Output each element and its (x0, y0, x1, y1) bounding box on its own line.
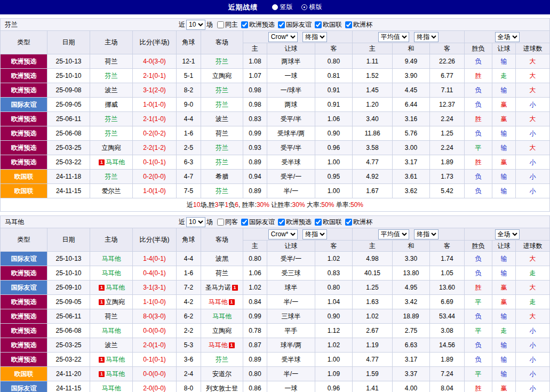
scope-select[interactable]: 全场 (495, 32, 520, 42)
avg-home: 1.59 (353, 367, 393, 381)
odds-group-header: Crow* 终指 (243, 228, 353, 241)
filter-checkbox-input[interactable] (217, 219, 224, 226)
corner-score: 12-1 (177, 54, 201, 69)
result-handicap: 输 (492, 54, 516, 69)
summary-segment: 30% (292, 201, 305, 209)
filter-checkbox-input[interactable] (315, 21, 322, 28)
avg-away: 6.69 (430, 295, 465, 309)
avg-draw: 3.37 (393, 367, 430, 381)
match-score: 2-0(1-0) (133, 338, 177, 353)
result-outcome: 负 (465, 126, 492, 141)
match-date: 25-09-05 (47, 295, 90, 309)
avg-away: 1.25 (430, 126, 465, 141)
filter-checkbox-same-venue[interactable]: 同主 (217, 20, 238, 29)
summary-segment: 场,胜 (200, 201, 214, 209)
odds-home: 1.02 (243, 281, 267, 295)
match-count-select[interactable]: 10 (186, 20, 205, 30)
filter-checkbox-input[interactable] (217, 21, 224, 28)
average-type-select[interactable]: 终指 (414, 229, 439, 239)
match-date: 25-03-22 (47, 155, 90, 170)
away-team-name: 列支敦士登 (206, 385, 238, 392)
result-outcome: 负 (465, 54, 492, 69)
avg-away: 8.04 (430, 381, 465, 392)
summary-segment: 3 (215, 201, 219, 209)
result-outcome: 负 (465, 83, 492, 98)
odds-provider-select[interactable]: Crow* (268, 229, 298, 239)
result-handicap: 走 (492, 69, 516, 83)
filter-checkbox-league[interactable]: 欧洲预选 (241, 20, 275, 29)
scope-select[interactable]: 全场 (495, 229, 520, 239)
filter-checkbox-league[interactable]: 欧国联 (315, 20, 342, 29)
filter-checkbox-league[interactable]: 欧洲杯 (345, 20, 372, 29)
avg-draw: 5.76 (393, 126, 430, 141)
odds-type-select[interactable]: 终指 (302, 32, 327, 42)
filter-checkbox-input[interactable] (241, 21, 248, 28)
away-team: 马耳他1 (201, 295, 243, 309)
filters: 近 10 场 同客 国际友谊 欧洲预选 欧国联 欧洲杯 (178, 217, 372, 227)
summary-segment: 6 (235, 201, 238, 209)
away-team-name: 芬兰 (216, 86, 228, 94)
odds-handicap: 两球半 (267, 54, 315, 69)
avg-away: 2.24 (430, 112, 465, 126)
filter-checkbox-input[interactable] (278, 219, 285, 226)
filter-checkbox-league[interactable]: 欧洲预选 (278, 218, 312, 227)
avg-home: 4.77 (353, 155, 393, 170)
away-team: 波黑 (201, 252, 243, 266)
odds-handicap: 受三球 (267, 266, 315, 281)
filter-checkbox-input[interactable] (278, 21, 285, 28)
filter-checkbox-league[interactable]: 欧洲杯 (345, 218, 372, 227)
corner-score: 9-0 (177, 98, 201, 112)
match-date: 25-10-10 (47, 69, 90, 83)
checkbox-label: 欧洲预选 (249, 20, 275, 29)
filter-checkbox-input[interactable] (345, 21, 352, 28)
filter-checkbox-same-venue[interactable]: 同客 (217, 218, 238, 227)
average-select[interactable]: 平均值 (378, 32, 409, 42)
summary-segment: 50% (350, 201, 363, 209)
match-row: 欧国联24-11-18芬兰0-2(0-0)4-7希腊0.94受半/一0.954.… (1, 170, 550, 184)
col-header-type: 类型 (1, 228, 47, 252)
corner-score: 4-4 (177, 112, 201, 126)
layout-option-vertical[interactable]: 竖版 (272, 3, 293, 12)
match-count-select[interactable]: 10 (186, 217, 205, 227)
filter-checkbox-league[interactable]: 国际友谊 (241, 218, 275, 227)
result-goals: 小 (516, 126, 550, 141)
match-score: 2-1(1-0) (133, 112, 177, 126)
league-badge: 欧国联 (1, 170, 47, 184)
filter-checkbox-league[interactable]: 国际友谊 (278, 20, 312, 29)
avg-draw: 3.42 (393, 295, 430, 309)
result-goals: 大 (516, 281, 550, 295)
corner-score: 4-7 (177, 170, 201, 184)
filter-checkbox-input[interactable] (345, 219, 352, 226)
corner-score: 1-6 (177, 266, 201, 281)
odds-home: 0.87 (243, 338, 267, 353)
odds-type-select[interactable]: 终指 (302, 229, 327, 239)
home-team-name: 立陶宛 (106, 298, 125, 306)
odds-away: 0.80 (315, 281, 353, 295)
avg-away: 14.56 (430, 338, 465, 353)
odds-home: 0.80 (243, 367, 267, 381)
odds-home: 0.89 (243, 184, 267, 198)
odds-away: 0.90 (315, 309, 353, 324)
average-type-select[interactable]: 终指 (414, 32, 439, 42)
average-select[interactable]: 平均值 (378, 229, 409, 239)
home-team: 荷兰 (90, 54, 133, 69)
filter-checkbox-league[interactable]: 欧国联 (315, 218, 342, 227)
league-badge: 欧国联 (1, 184, 47, 198)
odds-away: 0.91 (315, 98, 353, 112)
avg-home: 11.86 (353, 126, 393, 141)
match-score: 2-1(0-1) (133, 69, 177, 83)
result-goals: 走 (516, 266, 550, 281)
avg-home: 1.02 (353, 309, 393, 324)
layout-option-horizontal[interactable]: 横版 (301, 3, 322, 12)
filter-checkbox-input[interactable] (315, 219, 322, 226)
summary-segment: 大率: (305, 201, 322, 209)
away-team: 马耳他1 (201, 338, 243, 353)
away-team: 立陶宛 (201, 324, 243, 338)
result-handicap: 输 (492, 353, 516, 367)
match-row: 欧洲预选25-09-051立陶宛1-1(0-0)4-2马耳他10.84半/一1.… (1, 295, 550, 309)
col-header-avg-draw: 和 (393, 43, 430, 54)
corner-score: 7-2 (177, 281, 201, 295)
odds-provider-select[interactable]: Crow* (268, 32, 298, 42)
result-handicap: 赢 (492, 295, 516, 309)
filter-checkbox-input[interactable] (241, 219, 248, 226)
